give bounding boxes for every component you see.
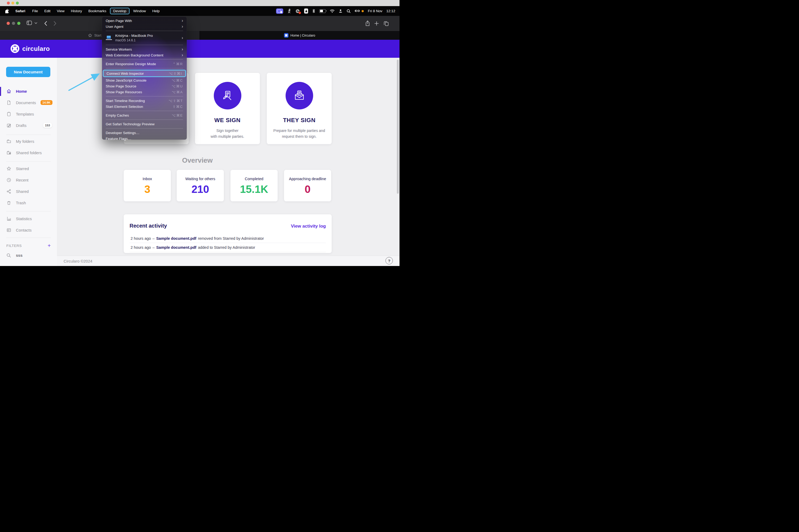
they-sign-subtitle-line1: Prepare for multiple parties and	[267, 128, 332, 134]
menu-item-developer-settings[interactable]: Developer Settings…	[102, 130, 187, 136]
add-filter-button[interactable]: +	[48, 243, 51, 249]
sidebar-item-my-folders[interactable]: My folders	[6, 137, 52, 145]
new-tab-icon[interactable]	[374, 21, 379, 26]
menu-item-enter-responsive-design-mode[interactable]: Enter Responsive Design Mode⌃⌘R	[102, 61, 187, 67]
circularo-logo[interactable]: circularo	[11, 44, 50, 53]
menu-item-device-macbook[interactable]: Kristýna - MacBook Pro macOS 14.6.1 ›	[102, 32, 187, 43]
capture-zoom-button[interactable]	[16, 2, 19, 4]
copyright-text: Circularo ©2024	[63, 259, 93, 263]
we-sign-card[interactable]: WE SIGN Sign together with multiple part…	[195, 73, 260, 144]
safari-toolbar: test.circularo.com	[0, 16, 400, 31]
activity-dash: –	[153, 236, 155, 241]
sidebar-item-shared-folders[interactable]: Shared folders	[6, 149, 52, 156]
scrollbar-thumb[interactable]	[397, 60, 399, 194]
sidebar-item-trash[interactable]: Trash	[6, 199, 52, 206]
share-nodes-icon	[6, 189, 12, 194]
figure-app-icon[interactable]	[287, 9, 291, 14]
menubar-item-history[interactable]: History	[68, 8, 85, 14]
menu-item-open-page-with[interactable]: Open Page With›	[102, 18, 187, 23]
recent-activity-title: Recent activity	[130, 223, 167, 229]
sidebar-item-home[interactable]: Home	[6, 88, 52, 95]
menu-item-show-javascript-console[interactable]: Show JavaScript Console⌥⌘C	[102, 77, 187, 83]
menu-item-web-extension-background-content[interactable]: Web Extension Background Content›	[102, 52, 187, 58]
develop-menu: Open Page With› User Agent› Kristýna - M…	[102, 17, 187, 140]
sidebar-item-label: Recent	[16, 178, 28, 182]
filter-search-field[interactable]	[6, 253, 51, 258]
document-icon	[6, 100, 12, 105]
menubar-item-develop[interactable]: Develop	[110, 8, 130, 14]
capture-minimize-button[interactable]	[12, 2, 14, 4]
device-os-version: macOS 14.6.1	[115, 38, 153, 42]
menu-item-service-workers[interactable]: Service Workers›	[102, 46, 187, 52]
menu-item-start-timeline-recording[interactable]: Start Timeline Recording⌥⇧⌘T	[102, 98, 187, 103]
shared-folder-icon	[6, 150, 12, 155]
tuner-app-icon[interactable]	[304, 8, 308, 14]
forward-button[interactable]	[54, 21, 57, 26]
stat-card-completed[interactable]: Completed 15.1K	[230, 170, 278, 201]
screen-mirroring-icon[interactable]	[276, 8, 283, 14]
menu-separator	[106, 59, 183, 60]
notification-app-icon[interactable]	[296, 9, 300, 14]
new-document-button[interactable]: New Document	[6, 67, 50, 77]
menubar-item-edit[interactable]: Edit	[41, 8, 54, 14]
sidebar-item-starred[interactable]: Starred	[6, 165, 52, 172]
stat-card-inbox[interactable]: Inbox 3	[124, 170, 171, 201]
menubar-item-safari[interactable]: Safari	[12, 8, 29, 14]
window-close-button[interactable]	[7, 22, 10, 25]
sidebar-item-shared[interactable]: Shared	[6, 188, 52, 195]
menubar-item-file[interactable]: File	[29, 8, 41, 14]
view-activity-log-link[interactable]: View activity log	[291, 224, 326, 229]
share-icon[interactable]	[365, 20, 370, 26]
sidebar-item-statistics[interactable]: Statistics	[6, 215, 52, 222]
window-minimize-button[interactable]	[12, 22, 15, 25]
capture-close-button[interactable]	[7, 2, 10, 4]
menu-item-feature-flags[interactable]: Feature Flags…	[102, 136, 187, 141]
sidebar-item-documents[interactable]: Documents 14.9K	[6, 99, 52, 106]
bluetooth-icon[interactable]	[312, 9, 315, 13]
sidebar-item-contacts[interactable]: Contacts	[6, 226, 52, 234]
menubar-item-window[interactable]: Window	[130, 8, 149, 14]
menubar-time[interactable]: 12:12	[386, 9, 395, 13]
star-icon	[88, 33, 92, 38]
sidebar-item-label: Contacts	[16, 228, 32, 232]
control-center-icon[interactable]	[355, 9, 360, 13]
submenu-chevron-icon: ›	[182, 36, 183, 40]
sidebar-item-drafts[interactable]: Drafts 153	[6, 121, 52, 129]
tab-overview-icon[interactable]	[383, 21, 389, 26]
menubar-item-help[interactable]: Help	[149, 8, 163, 14]
stat-card-deadline[interactable]: Approaching deadline 0	[284, 170, 331, 201]
activity-row-divider	[130, 243, 326, 243]
menu-item-connect-web-inspector[interactable]: Connect Web Inspector⌥⇧⌘I	[103, 70, 186, 77]
fast-user-switching-icon[interactable]	[339, 9, 343, 13]
they-sign-subtitle-line2: request them to sign.	[267, 134, 332, 140]
menu-item-empty-caches[interactable]: Empty Caches⌥⌘E	[102, 112, 187, 118]
stat-card-waiting[interactable]: Waiting for others 210	[177, 170, 224, 201]
wifi-icon[interactable]	[330, 9, 335, 13]
battery-icon[interactable]	[319, 9, 326, 13]
menubar-date[interactable]: Fri 8 Nov	[368, 9, 382, 13]
spotlight-icon[interactable]	[346, 9, 351, 13]
tab-home-circularo[interactable]: Home | Circularo	[200, 31, 400, 40]
sidebar-item-templates[interactable]: Templates	[6, 110, 52, 118]
sidebar-chevron-icon[interactable]	[35, 22, 37, 24]
window-zoom-button[interactable]	[17, 22, 20, 25]
menu-item-user-agent[interactable]: User Agent›	[102, 23, 187, 30]
they-sign-card[interactable]: THEY SIGN Prepare for multiple parties a…	[267, 73, 332, 144]
sidebar-item-recent[interactable]: Recent	[6, 176, 52, 184]
menu-item-get-safari-technology-preview[interactable]: Get Safari Technology Preview	[102, 121, 187, 127]
menu-item-show-page-source[interactable]: Show Page Source⌥⌘U	[102, 83, 187, 89]
menu-item-show-page-resources[interactable]: Show Page Resources⌥⌘A	[102, 89, 187, 95]
app-header: circularo 228 Administrator admin@circul…	[0, 40, 400, 58]
back-button[interactable]	[44, 21, 47, 26]
draft-pencil-icon	[6, 123, 12, 128]
apple-menu[interactable]	[0, 9, 12, 13]
sidebar-toggle-icon[interactable]	[26, 20, 32, 25]
menubar-item-view[interactable]: View	[54, 8, 68, 14]
filter-search-input[interactable]	[15, 253, 43, 258]
drafts-count-badge: 153	[43, 123, 52, 128]
help-button[interactable]: ?	[385, 257, 393, 264]
menubar-item-bookmarks[interactable]: Bookmarks	[85, 8, 110, 14]
sidebar-divider	[6, 211, 51, 211]
menu-item-start-element-selection[interactable]: Start Element Selection⇧⌘C	[102, 103, 187, 110]
sidebar-item-label: My folders	[16, 139, 34, 144]
